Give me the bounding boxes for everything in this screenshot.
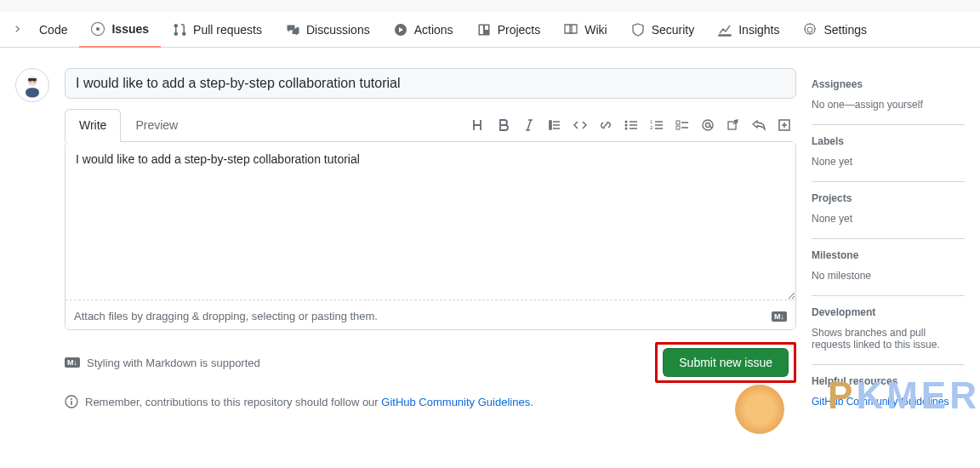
svg-point-6 bbox=[625, 124, 628, 127]
diff-icon[interactable] bbox=[778, 118, 791, 132]
nav-discussions[interactable]: Discussions bbox=[274, 13, 382, 47]
svg-point-2 bbox=[30, 81, 31, 83]
labels-content: None yet bbox=[812, 156, 965, 168]
nav-actions[interactable]: Actions bbox=[382, 13, 465, 47]
svg-point-13 bbox=[706, 123, 710, 128]
markdown-badge-icon: M↓ bbox=[65, 357, 80, 368]
avatar[interactable] bbox=[15, 68, 49, 102]
title-input[interactable] bbox=[65, 68, 796, 99]
nav-discussions-label: Discussions bbox=[306, 23, 370, 37]
helpful-link[interactable]: GitHub Community Guidelines bbox=[812, 396, 949, 408]
attach-hint: Attach files by dragging & dropping, sel… bbox=[74, 310, 378, 322]
actions-icon bbox=[394, 23, 407, 37]
svg-point-5 bbox=[625, 121, 628, 123]
issues-icon bbox=[91, 22, 105, 36]
svg-rect-4 bbox=[26, 88, 39, 97]
link-icon[interactable] bbox=[599, 118, 612, 132]
submit-highlight: Submit new issue bbox=[655, 342, 796, 383]
helpful-title: Helpful resources bbox=[812, 375, 965, 387]
assignees-content: No one—assign yourself bbox=[812, 99, 965, 111]
mention-icon[interactable] bbox=[701, 118, 715, 132]
body-textarea[interactable] bbox=[66, 142, 795, 300]
nav-issues-label: Issues bbox=[111, 22, 149, 36]
svg-text:2: 2 bbox=[650, 125, 653, 130]
nav-settings-label: Settings bbox=[823, 23, 867, 37]
sidebar-projects[interactable]: Projects None yet bbox=[812, 182, 965, 239]
nav-actions-label: Actions bbox=[414, 23, 453, 37]
quote-icon[interactable] bbox=[548, 118, 561, 132]
markdown-note-text: Styling with Markdown is supported bbox=[87, 357, 260, 369]
svg-point-0 bbox=[96, 27, 100, 31]
svg-text:1: 1 bbox=[650, 119, 653, 124]
milestone-content: No milestone bbox=[812, 270, 965, 282]
sidebar-assignees[interactable]: Assignees No one—assign yourself bbox=[812, 68, 965, 125]
nav-security[interactable]: Security bbox=[619, 13, 707, 47]
editor-tabs-row: Write Preview 12 bbox=[65, 109, 796, 141]
svg-point-3 bbox=[34, 81, 36, 83]
nav-security-label: Security bbox=[652, 23, 695, 37]
comment-box: Attach files by dragging & dropping, sel… bbox=[65, 141, 796, 330]
nav-issues[interactable]: Issues bbox=[79, 12, 161, 48]
reply-icon[interactable] bbox=[752, 118, 766, 132]
nav-code[interactable]: Code bbox=[27, 13, 79, 47]
code-icon[interactable] bbox=[573, 118, 587, 132]
gear-icon bbox=[803, 23, 817, 37]
labels-title: Labels bbox=[812, 135, 965, 147]
contrib-prefix: Remember, contributions to this reposito… bbox=[85, 396, 381, 408]
list-ordered-icon[interactable]: 12 bbox=[650, 118, 664, 132]
svg-point-7 bbox=[625, 128, 628, 130]
attach-bar[interactable]: Attach files by dragging & dropping, sel… bbox=[66, 303, 795, 329]
tasklist-icon[interactable] bbox=[675, 118, 689, 132]
nav-pulls-label: Pull requests bbox=[193, 23, 262, 37]
tab-preview[interactable]: Preview bbox=[121, 109, 192, 141]
cross-reference-icon[interactable] bbox=[726, 118, 740, 132]
nav-code-label: Code bbox=[39, 23, 67, 37]
issue-form: Write Preview 12 Attac bbox=[65, 68, 796, 408]
repo-nav: Code Issues Pull requests Discussions Ac… bbox=[0, 12, 980, 48]
bold-icon[interactable] bbox=[497, 118, 510, 132]
wiki-icon bbox=[564, 23, 578, 37]
nav-projects[interactable]: Projects bbox=[465, 13, 553, 47]
contribution-note: Remember, contributions to this reposito… bbox=[65, 395, 796, 408]
milestone-title: Milestone bbox=[812, 249, 965, 261]
development-title: Development bbox=[812, 306, 965, 318]
community-guidelines-link[interactable]: GitHub Community Guidelines bbox=[381, 396, 530, 408]
footer-row: M↓ Styling with Markdown is supported Su… bbox=[65, 342, 796, 383]
nav-insights[interactable]: Insights bbox=[706, 13, 791, 47]
development-content: Shows branches and pull requests linked … bbox=[812, 327, 965, 351]
nav-settings[interactable]: Settings bbox=[791, 13, 879, 47]
projects-icon bbox=[477, 23, 491, 37]
nav-wiki-label: Wiki bbox=[584, 23, 607, 37]
svg-rect-10 bbox=[676, 121, 680, 124]
pull-request-icon bbox=[173, 23, 186, 37]
sidebar-labels[interactable]: Labels None yet bbox=[812, 125, 965, 182]
editor-tabs: Write Preview bbox=[65, 109, 192, 141]
nav-pulls[interactable]: Pull requests bbox=[161, 13, 274, 47]
contrib-suffix: . bbox=[530, 396, 533, 408]
sidebar-milestone[interactable]: Milestone No milestone bbox=[812, 239, 965, 296]
projects-content: None yet bbox=[812, 213, 965, 225]
markdown-toolbar: 12 bbox=[471, 118, 796, 132]
sidebar-development: Development Shows branches and pull requ… bbox=[812, 296, 965, 365]
tab-write[interactable]: Write bbox=[65, 109, 121, 142]
markdown-badge-icon: M↓ bbox=[772, 311, 787, 322]
assignees-title: Assignees bbox=[812, 78, 965, 90]
svg-rect-11 bbox=[676, 126, 680, 129]
sidebar-helpful: Helpful resources GitHub Community Guide… bbox=[812, 365, 965, 408]
graph-icon bbox=[718, 23, 732, 37]
svg-point-17 bbox=[71, 398, 72, 400]
nav-projects-label: Projects bbox=[498, 23, 541, 37]
heading-icon[interactable] bbox=[471, 118, 485, 132]
list-unordered-icon[interactable] bbox=[624, 118, 638, 132]
svg-point-12 bbox=[703, 120, 713, 130]
nav-insights-label: Insights bbox=[738, 23, 779, 37]
info-icon bbox=[65, 395, 78, 408]
header-bar bbox=[0, 0, 980, 12]
nav-wiki[interactable]: Wiki bbox=[552, 13, 618, 47]
discussions-icon bbox=[286, 23, 299, 37]
submit-new-issue-button[interactable]: Submit new issue bbox=[663, 348, 789, 377]
projects-title: Projects bbox=[812, 192, 965, 204]
main-content: Write Preview 12 Attac bbox=[0, 48, 980, 408]
italic-icon[interactable] bbox=[522, 118, 536, 132]
assign-yourself-link[interactable]: assign yourself bbox=[855, 99, 923, 111]
